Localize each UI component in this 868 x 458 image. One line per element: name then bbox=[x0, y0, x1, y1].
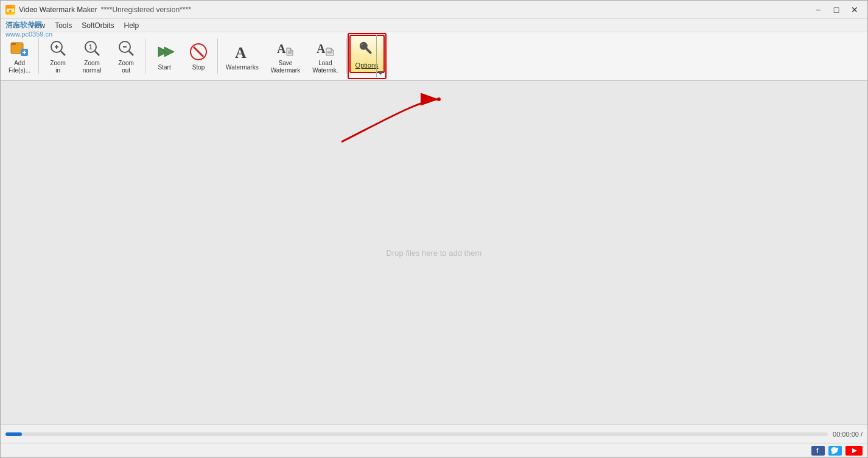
load-watermark-icon: A bbox=[314, 38, 336, 58]
facebook-icon[interactable]: f bbox=[811, 446, 825, 456]
title-bar-left: Video Watermark Maker ****Unregistered v… bbox=[5, 5, 191, 15]
twitter-icon[interactable] bbox=[828, 446, 842, 456]
maximize-button[interactable]: □ bbox=[828, 4, 844, 16]
time-display: 00:00:00 / bbox=[833, 431, 863, 438]
watermarks-button[interactable]: A Watermarks bbox=[220, 35, 264, 77]
start-label: Start bbox=[158, 64, 171, 71]
sep4 bbox=[346, 38, 347, 74]
menu-bar: File View Tools SoftOrbits Help bbox=[1, 19, 867, 32]
svg-rect-1 bbox=[7, 7, 14, 9]
bottom-bar: 00:00:00 / bbox=[1, 425, 867, 443]
zoom-out-icon bbox=[115, 38, 137, 58]
svg-marker-19 bbox=[164, 47, 174, 57]
watermarks-icon: A bbox=[231, 41, 253, 63]
stop-icon bbox=[187, 41, 209, 63]
save-watermark-icon: A bbox=[275, 38, 296, 58]
menu-view[interactable]: View bbox=[24, 20, 50, 31]
start-icon bbox=[153, 41, 175, 63]
stop-button[interactable]: Stop bbox=[182, 35, 215, 77]
zoom-in-icon bbox=[47, 38, 69, 58]
zoom-normal-button[interactable]: 1 Zoom normal bbox=[75, 35, 108, 77]
app-icon bbox=[5, 5, 15, 15]
menu-tools[interactable]: Tools bbox=[50, 20, 77, 31]
annotation-arrow bbox=[329, 93, 451, 154]
status-bar: f You bbox=[1, 443, 867, 457]
save-watermark-button[interactable]: A Save Watermark bbox=[265, 35, 306, 77]
zoom-out-button[interactable]: Zoom out bbox=[110, 35, 142, 77]
load-watermark-button[interactable]: A Load Watermk. bbox=[307, 35, 343, 77]
svg-line-11 bbox=[61, 51, 65, 55]
zoom-normal-icon: 1 bbox=[81, 38, 103, 58]
progress-bar[interactable] bbox=[5, 432, 828, 436]
zoom-in-button[interactable]: Zoom in bbox=[41, 35, 74, 77]
title-bar: Video Watermark Maker ****Unregistered v… bbox=[1, 1, 867, 19]
main-content: Drop files here to add them bbox=[1, 81, 867, 425]
svg-text:A: A bbox=[317, 42, 326, 55]
app-title: Video Watermark Maker bbox=[19, 5, 97, 14]
sep2 bbox=[145, 38, 145, 74]
save-watermark-label: Save Watermark bbox=[271, 60, 301, 74]
svg-text:A: A bbox=[277, 42, 286, 55]
zoom-in-label: Zoom in bbox=[50, 60, 66, 74]
sep1 bbox=[38, 38, 39, 74]
svg-rect-4 bbox=[11, 43, 16, 45]
svg-text:A: A bbox=[235, 44, 247, 62]
add-files-label: Add File(s)... bbox=[9, 60, 30, 74]
load-watermark-label: Load Watermk. bbox=[312, 60, 338, 74]
zoom-normal-label: Zoom normal bbox=[83, 60, 102, 74]
menu-file[interactable]: File bbox=[3, 20, 24, 31]
version-tag: ****Unregistered version**** bbox=[101, 5, 191, 14]
svg-line-21 bbox=[194, 47, 203, 57]
options-button-wrap: Options bbox=[349, 35, 385, 77]
toolbar: Add File(s)... Zoom in 1 bbox=[1, 32, 867, 81]
watermarks-label: Watermarks bbox=[226, 64, 259, 71]
options-icon bbox=[356, 38, 378, 60]
drop-zone[interactable]: Drop files here to add them bbox=[1, 81, 867, 425]
options-label: Options bbox=[355, 62, 379, 69]
svg-line-14 bbox=[95, 51, 99, 55]
start-button[interactable]: Start bbox=[148, 35, 181, 77]
svg-text:1: 1 bbox=[89, 44, 93, 51]
zoom-out-label: Zoom out bbox=[118, 60, 134, 74]
add-files-button[interactable]: Add File(s)... bbox=[3, 35, 36, 77]
minimize-button[interactable]: − bbox=[810, 4, 826, 16]
options-dropdown-arrow[interactable] bbox=[376, 35, 385, 77]
close-button[interactable]: ✕ bbox=[847, 4, 863, 16]
svg-marker-33 bbox=[377, 71, 383, 75]
app-window: Video Watermark Maker ****Unregistered v… bbox=[0, 0, 868, 458]
svg-line-17 bbox=[129, 51, 133, 55]
sep3 bbox=[217, 38, 218, 74]
stop-label: Stop bbox=[192, 64, 205, 71]
menu-softorbits[interactable]: SoftOrbits bbox=[77, 20, 119, 31]
drop-hint: Drop files here to add them bbox=[387, 248, 482, 258]
menu-help[interactable]: Help bbox=[119, 20, 144, 31]
youtube-icon[interactable]: You bbox=[845, 446, 863, 456]
add-files-icon bbox=[9, 38, 30, 58]
title-bar-controls: − □ ✕ bbox=[810, 4, 863, 16]
svg-point-2 bbox=[9, 10, 12, 12]
progress-fill bbox=[5, 432, 22, 436]
svg-point-35 bbox=[437, 97, 441, 101]
svg-text:f: f bbox=[816, 448, 819, 454]
